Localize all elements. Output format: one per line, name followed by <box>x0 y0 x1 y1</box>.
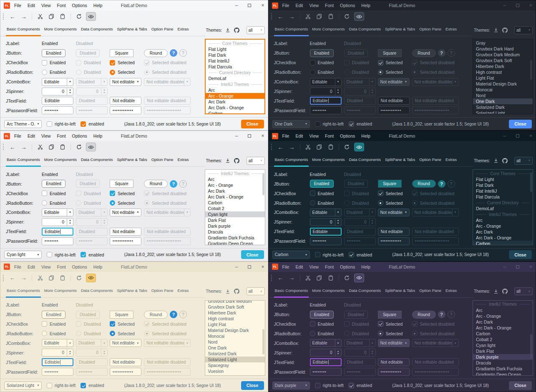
theme-list-item[interactable]: DemoLaf <box>473 206 533 211</box>
cut-scissors-icon[interactable] <box>304 13 312 21</box>
theme-list-item[interactable]: Dark purple <box>473 354 533 360</box>
combobox-not-editable[interactable]: Not editable▼ <box>110 78 141 86</box>
menu-font[interactable]: Font <box>57 3 66 8</box>
menu-view[interactable]: View <box>310 264 319 269</box>
theme-filter-combobox[interactable]: all ▼ <box>514 26 533 34</box>
menu-options[interactable]: Options <box>340 133 355 138</box>
menu-view[interactable]: View <box>41 264 51 269</box>
checkbox-enabled[interactable]: Enabled <box>42 191 76 196</box>
menu-font[interactable]: Font <box>325 3 334 8</box>
menu-edit[interactable]: Edit <box>28 3 35 8</box>
cut-scissors-icon[interactable] <box>36 274 44 282</box>
tab-extras[interactable]: Extras <box>443 24 459 36</box>
square-button[interactable]: Square <box>378 49 402 57</box>
tab-basic-components[interactable]: Basic Components <box>5 24 42 36</box>
eye-show-hidden-icon[interactable] <box>86 274 96 282</box>
menu-options[interactable]: Options <box>72 3 87 8</box>
theme-list-item[interactable]: Arc - Orange <box>473 223 533 229</box>
tab-basic-components[interactable]: Basic Components <box>5 285 42 297</box>
tab-splitpane-tabs[interactable]: SplitPane & Tabs <box>115 24 149 36</box>
passwordfield-enabled[interactable]: •••••••• <box>310 106 342 114</box>
themes-list-scrollbar[interactable] <box>530 172 532 192</box>
checkbox-enabled[interactable]: Enabled <box>310 191 344 196</box>
square-button[interactable]: Square <box>378 311 402 319</box>
right-to-left-checkbox[interactable]: right-to-left <box>315 252 344 257</box>
minimize-button[interactable]: – <box>503 133 506 138</box>
spinner[interactable]: 0▲▼ <box>42 88 73 95</box>
cut-scissors-icon[interactable] <box>36 143 44 151</box>
menu-file[interactable]: File <box>282 3 289 8</box>
close-button[interactable]: Close <box>509 120 532 128</box>
github-icon[interactable] <box>502 287 508 296</box>
tab-splitpane-tabs[interactable]: SplitPane & Tabs <box>383 154 417 166</box>
copy-icon[interactable] <box>315 13 324 21</box>
theme-list-item[interactable]: Carbon <box>205 200 265 206</box>
menu-options[interactable]: Options <box>340 264 355 269</box>
tab-data-components[interactable]: Data Components <box>347 285 383 297</box>
toolbar-grip[interactable] <box>3 144 5 150</box>
theme-list-item[interactable]: Gradianto Deep Ocean <box>205 241 265 245</box>
current-theme-combobox[interactable]: Arc Theme - O... ▼ <box>4 120 42 128</box>
combobox-not-editable[interactable]: Not editable▼ <box>378 209 410 216</box>
theme-list-item[interactable]: Gray <box>473 40 533 46</box>
current-theme-combobox[interactable]: Cyan light ▼ <box>4 251 42 259</box>
tab-extras[interactable]: Extras <box>175 24 191 36</box>
theme-list-item[interactable]: Flat Dark <box>206 52 264 58</box>
minimize-button[interactable]: – <box>235 3 238 8</box>
theme-list-item[interactable]: Monocai <box>473 87 533 93</box>
enabled-button[interactable]: Enabled <box>42 180 65 188</box>
passwordfield-enabled[interactable]: •••••••• <box>310 237 342 245</box>
menu-help[interactable]: Help <box>93 264 103 269</box>
checkbox-selected[interactable]: Selected <box>110 191 144 196</box>
theme-list-item[interactable]: Gruvbox Dark Hard <box>473 46 533 52</box>
theme-list-item[interactable]: Arc Dark - Orange <box>473 235 533 241</box>
round-button[interactable]: Round <box>144 180 168 188</box>
cut-scissors-icon[interactable] <box>304 143 312 151</box>
eye-show-hidden-icon[interactable] <box>354 274 364 282</box>
theme-list-item[interactable]: Arc Dark - Orange <box>206 105 264 111</box>
radio-selected[interactable]: Selected <box>378 200 412 206</box>
right-to-left-checkbox[interactable]: right-to-left <box>47 252 75 257</box>
tab-data-components[interactable]: Data Components <box>347 154 383 166</box>
theme-list-item[interactable]: Arc Dark <box>206 99 264 105</box>
tab-more-components[interactable]: More Components <box>310 154 347 166</box>
checkbox-selected[interactable]: Selected <box>110 60 144 65</box>
eye-show-hidden-icon[interactable] <box>86 143 96 151</box>
github-icon[interactable] <box>234 156 240 165</box>
cut-scissors-icon[interactable] <box>304 274 312 282</box>
spinner-arrows-icon[interactable]: ▲▼ <box>67 88 73 95</box>
combobox-not-editable[interactable]: Not editable▼ <box>378 339 410 347</box>
close-window-button[interactable]: × <box>261 133 264 138</box>
tab-basic-components[interactable]: Basic Components <box>273 154 310 166</box>
maximize-button[interactable] <box>516 134 519 138</box>
theme-list-item[interactable]: Cobalt 2 <box>473 337 533 342</box>
maximize-button[interactable] <box>248 265 251 269</box>
maximize-button[interactable] <box>516 265 519 269</box>
theme-list-item[interactable]: Dracula <box>205 229 265 235</box>
theme-list-item[interactable]: Hiberbee Dark <box>473 63 533 69</box>
enabled-button[interactable]: Enabled <box>310 311 334 319</box>
current-theme-combobox[interactable]: Solarized Light ▼ <box>4 382 42 389</box>
theme-list-item[interactable]: Arc - Orange <box>473 313 533 319</box>
tab-option-pane[interactable]: Option Pane <box>417 24 443 36</box>
themes-list-scrollbar[interactable] <box>262 329 264 354</box>
textfield-editable[interactable]: Editable <box>310 97 342 105</box>
theme-list-item[interactable]: Monocai <box>205 333 265 339</box>
theme-list-item[interactable]: Flat Light <box>473 176 533 182</box>
tab-data-components[interactable]: Data Components <box>79 24 115 36</box>
theme-list-item[interactable]: Flat IntelliJ <box>473 188 533 194</box>
close-window-button[interactable]: × <box>529 264 532 269</box>
theme-list-item[interactable]: Carbon <box>206 111 264 114</box>
tab-more-components[interactable]: More Components <box>42 154 79 166</box>
spinner-arrows-icon[interactable]: ▲▼ <box>335 349 341 356</box>
paste-clipboard-icon[interactable] <box>327 13 335 21</box>
theme-list-item[interactable]: Arc - Orange <box>205 182 265 188</box>
theme-filter-combobox[interactable]: all ▼ <box>514 157 533 165</box>
enabled-checkbox[interactable]: enabled <box>349 383 372 388</box>
radio-selected[interactable]: Selected <box>378 331 412 336</box>
spinner-arrows-icon[interactable]: ▲▼ <box>335 219 341 226</box>
tab-extras[interactable]: Extras <box>175 154 191 166</box>
refresh-icon[interactable] <box>343 274 351 282</box>
right-to-left-checkbox[interactable]: right-to-left <box>315 383 344 388</box>
theme-list-item[interactable]: One Dark <box>205 345 265 351</box>
